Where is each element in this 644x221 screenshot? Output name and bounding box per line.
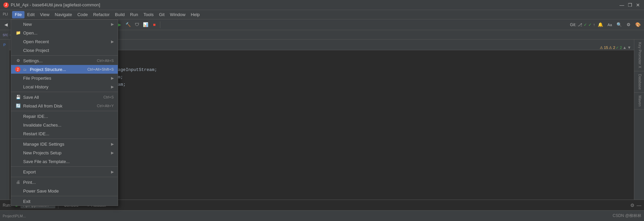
new-projects-icon — [15, 150, 21, 155]
project-structure-shortcut: Ctrl+Alt+Shift+S — [87, 67, 114, 71]
menu-item-restart-ide[interactable]: Restart IDE... — [11, 129, 118, 138]
coverage-btn[interactable]: 🛡 — [133, 21, 141, 29]
git-label: Git: — [570, 22, 576, 27]
code-line-13: import sun.misc.BASE64Encoder; — [29, 52, 631, 59]
save-template-icon — [15, 159, 21, 164]
repair-ide-label: Repair IDE... — [23, 114, 114, 119]
menu-item-new-projects-setup[interactable]: New Projects Setup ▶ — [11, 148, 118, 157]
build-btn[interactable]: 🔨 — [124, 21, 132, 29]
translate-btn[interactable]: Aa — [606, 21, 614, 29]
menu-item-local-history[interactable]: Local History ▶ — [11, 82, 118, 91]
menu-run[interactable]: Run — [127, 11, 141, 18]
code-line-18: import java.io.File; — [29, 88, 631, 96]
invalidate-caches-label: Invalidate Caches... — [23, 123, 114, 128]
power-save-icon — [15, 188, 21, 194]
minimize-button[interactable]: — — [619, 2, 625, 8]
menu-item-settings[interactable]: ⚙ Settings... Ctrl+Alt+S — [11, 56, 118, 65]
menu-tools[interactable]: Tools — [141, 11, 156, 18]
code-line-23 — [29, 125, 631, 133]
code-line-20: import java.util.regex.Matcher; — [29, 103, 631, 110]
menu-git[interactable]: Git — [156, 11, 167, 18]
restart-icon — [15, 131, 21, 136]
new-arrow: ▶ — [111, 22, 114, 26]
menu-window[interactable]: Window — [167, 11, 188, 18]
menu-item-close-project[interactable]: Close Project — [11, 46, 118, 55]
menu-item-exit[interactable]: Exit — [11, 197, 118, 206]
manage-ide-label: Manage IDE Settings — [23, 142, 108, 147]
notifications-btn[interactable]: 🔔 — [596, 21, 604, 29]
menu-view[interactable]: View — [37, 11, 52, 18]
git-status: Git: ⎇ ✓ ✓ ↑ — [570, 22, 595, 27]
open-recent-icon — [15, 39, 21, 44]
menu-item-print[interactable]: 🖨 Print... — [11, 178, 118, 187]
manage-ide-icon — [15, 141, 21, 147]
menu-code[interactable]: Code — [75, 11, 91, 18]
menu-item-file-properties[interactable]: File Properties ▶ — [11, 74, 118, 82]
code-line-19: import java.io.IOException; — [29, 96, 631, 103]
menu-item-reload[interactable]: 🔄 Reload All from Disk Ctrl+Alt+Y — [11, 101, 118, 110]
exit-icon — [15, 199, 21, 204]
sidebar: P — [0, 40, 9, 210]
collapse-btn[interactable]: ▲ — [623, 45, 627, 50]
ide-themes-btn[interactable]: 🎨 — [634, 21, 642, 29]
git-up-icon: ↑ — [593, 22, 595, 27]
menu-edit[interactable]: Edit — [24, 11, 37, 18]
menu-item-save-template[interactable]: Save File as Template... — [11, 157, 118, 166]
tab-right-controls: ⚠ 15 ⚠ 2 ✓ 2 ▲ ▼ — [600, 45, 634, 50]
open-icon: 📁 — [15, 30, 21, 35]
sep-5 — [11, 166, 118, 167]
menu-item-open-recent[interactable]: Open Recent ▶ — [11, 37, 118, 46]
right-panels: Key Promoter X Database Maven — [634, 40, 644, 210]
sep-7 — [11, 196, 118, 196]
file-properties-arrow: ▶ — [111, 76, 114, 80]
menu-file[interactable]: File — [12, 11, 24, 18]
menu-item-open[interactable]: 📁 Open... — [11, 28, 118, 37]
key-promoter-tab[interactable]: Key Promoter X — [634, 40, 644, 71]
profile-btn[interactable]: 📊 — [142, 21, 150, 29]
maven-tab[interactable]: Maven — [634, 93, 644, 109]
run-bar-settings[interactable]: ⚙ — [630, 203, 635, 208]
stop-btn[interactable]: ■ — [150, 21, 158, 29]
ide-settings-btn[interactable]: ⚙ — [625, 21, 633, 29]
menu-refactor[interactable]: Refactor — [91, 11, 112, 18]
expand-btn[interactable]: ▼ — [627, 45, 631, 50]
menu-item-save-all[interactable]: 💾 Save All Ctrl+S — [11, 93, 118, 101]
invalidate-icon — [15, 122, 21, 128]
new-projects-label: New Projects Setup — [23, 150, 108, 155]
search-everywhere-btn[interactable]: 🔍 — [615, 21, 623, 29]
project-structure-badge: 2 — [15, 67, 20, 72]
git-check2: ✓ — [588, 22, 592, 27]
menu-item-project-structure[interactable]: 2 🗂 Project Structure... Ctrl+Alt+Shift+… — [11, 65, 118, 74]
close-button[interactable]: ✕ — [635, 2, 641, 8]
toolbar-back-btn[interactable]: ◀ — [2, 21, 10, 29]
run-bar-minimize[interactable]: — — [637, 203, 641, 208]
maximize-button[interactable]: ❐ — [627, 2, 633, 8]
menu-help[interactable]: Help — [188, 11, 203, 18]
menu-build[interactable]: Build — [112, 11, 127, 18]
print-icon: 🖨 — [15, 179, 21, 185]
code-line-25: * base64转文件并输出到指定目录 — [29, 140, 631, 147]
title-bar: J PLM_Api - base64Util.java [agilefast-c… — [0, 0, 644, 10]
run-bar-right: ⚙ — — [630, 203, 641, 208]
app-icon: J — [3, 2, 9, 8]
menu-item-repair-ide[interactable]: Repair IDE... — [11, 112, 118, 121]
menu-item-power-save[interactable]: Power Save Mode — [11, 187, 118, 195]
breadcrumb-src[interactable]: src — [3, 32, 8, 37]
local-history-icon — [15, 84, 21, 89]
menu-item-new[interactable]: New ▶ — [11, 20, 118, 28]
toolbar-right: Git: ⎇ ✓ ✓ ↑ 🔔 Aa 🔍 ⚙ 🎨 — [570, 21, 642, 29]
database-tab[interactable]: Database — [634, 71, 644, 93]
code-line-17: import java.io.ByteArrayOutputStream; — [29, 81, 631, 88]
save-template-label: Save File as Template... — [23, 159, 114, 164]
restart-ide-label: Restart IDE... — [23, 131, 114, 136]
bottom-csdn: CSDN @柳林林 — [612, 213, 641, 219]
new-label: New — [23, 22, 108, 27]
menu-item-manage-ide[interactable]: Manage IDE Settings ▶ — [11, 140, 118, 148]
menu-navigate[interactable]: Navigate — [52, 11, 74, 18]
close-project-label: Close Project — [23, 48, 114, 53]
project-icon[interactable]: PLI — [1, 10, 9, 18]
sidebar-project-icon[interactable]: P — [1, 41, 9, 49]
menu-item-export[interactable]: Export ▶ — [11, 167, 118, 176]
sep-2 — [11, 92, 118, 92]
menu-item-invalidate-caches[interactable]: Invalidate Caches... — [11, 121, 118, 129]
